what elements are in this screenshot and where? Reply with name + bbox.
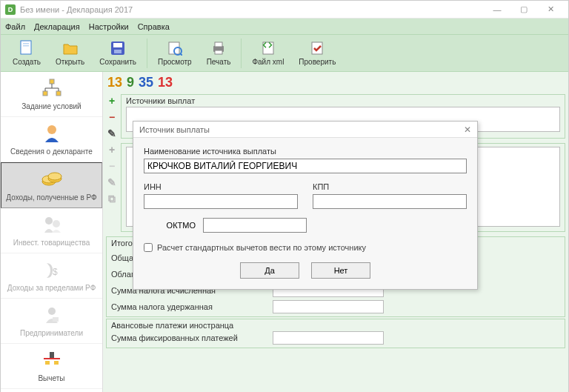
sidebar-label: Предприниматели [20,329,83,337]
create-label: Создать [13,58,41,66]
svg-rect-14 [50,79,54,84]
source-name-input[interactable] [144,159,467,173]
svg-rect-13 [312,42,322,54]
oktmo-label: ОКТМО [144,221,196,230]
svg-rect-5 [114,50,122,53]
sidebar-item-deductions[interactable]: Вычеты [1,344,102,389]
check-icon [309,40,325,56]
view-icon [167,40,183,56]
svg-rect-31 [50,352,54,358]
open-icon [62,40,79,56]
sidebar-item-declarant[interactable]: Сведения о декларанте [1,117,102,162]
close-button[interactable]: ✕ [537,2,564,17]
window-controls: — ▢ ✕ [484,2,564,17]
sidebar-label: Доходы, полученные в РФ [6,193,96,202]
sidebar-item-foreign[interactable]: $ Доходы за пределами РФ [1,253,102,299]
svg-rect-4 [113,43,122,47]
create-button[interactable]: Создать [5,39,48,67]
source-edit-button[interactable]: ✎ [105,127,119,140]
svg-text:$: $ [53,267,58,277]
save-button[interactable]: Сохранить [92,39,144,67]
total-row-4: Сумма налога удержанная [107,299,565,315]
menubar: Файл Декларация Настройки Справка [1,19,568,35]
advance-value[interactable] [273,331,384,345]
svg-rect-0 [21,41,31,54]
svg-rect-11 [215,50,222,54]
svg-rect-1 [23,43,29,44]
dialog-titlebar: Источник выплаты ✕ [133,122,477,138]
xml-icon [260,40,276,56]
income-edit-button[interactable]: ✎ [105,176,119,189]
inn-label: ИНН [144,182,298,191]
svg-rect-16 [56,91,61,96]
income-remove-button[interactable]: − [105,159,119,173]
svg-point-27 [53,220,60,227]
foreign-icon: $ [40,258,64,282]
sidebar-item-invest[interactable]: Инвест. товарищества [1,208,102,253]
kpp-label: КПП [313,182,467,191]
kpp-input[interactable] [313,194,467,209]
source-add-button[interactable]: + [105,94,119,107]
dialog-close-button[interactable]: ✕ [464,124,471,135]
print-label: Печать [207,58,231,66]
total-value-4[interactable] [273,300,384,313]
tab-35[interactable]: 35 [139,75,153,90]
menu-help[interactable]: Справка [138,22,170,31]
check-label: Проверить [299,58,336,66]
svg-rect-10 [215,42,222,47]
dialog-yes-button[interactable]: Да [240,262,299,279]
advance-row: Сумма фиксированных платежей [111,330,560,346]
svg-point-29 [48,308,56,315]
toolbar-separator [147,39,147,68]
dialog-no-button[interactable]: Нет [311,262,370,279]
create-icon [19,40,35,56]
open-label: Открыть [56,58,84,66]
income-add-button[interactable]: + [105,143,119,156]
menu-file[interactable]: Файл [5,22,25,31]
xml-label: Файл xml [252,58,284,66]
conditions-icon [40,76,64,100]
svg-rect-30 [53,317,59,322]
tab-13[interactable]: 13 [107,75,122,90]
sidebar-label: Вычеты [38,374,64,382]
sidebar-item-income-rf[interactable]: Доходы, полученные в РФ [1,162,102,208]
deductions-icon [40,348,64,372]
inn-input[interactable] [144,194,298,209]
dialog-body: Наименование источника выплаты ИНН КПП О… [133,138,477,285]
check-button[interactable]: Проверить [291,39,343,67]
view-button[interactable]: Просмотр [150,39,199,67]
dialog-title: Источник выплаты [139,125,210,134]
print-button[interactable]: Печать [199,39,239,67]
percentage-tabs: 13 9 35 13 [103,72,568,93]
svg-rect-15 [43,91,47,96]
advance-header: Авансовые платежи иностранца [111,321,560,330]
sidebar-label: Доходы за пределами РФ [7,284,96,292]
open-button[interactable]: Открыть [48,39,92,67]
minimize-button[interactable]: — [484,2,510,17]
oktmo-input[interactable] [203,218,307,233]
menu-declaration[interactable]: Декларация [34,22,80,31]
svg-rect-33 [45,361,50,365]
payment-source-dialog: Источник выплаты ✕ Наименование источник… [133,121,478,290]
maximize-button[interactable]: ▢ [510,2,537,17]
save-icon [110,40,126,56]
svg-point-21 [47,125,56,134]
income-copy-button[interactable]: ⧉ [105,192,119,205]
standard-deductions-checkbox[interactable]: Расчет стандартных вычетов вести по этом… [144,243,467,252]
income-mini-toolbar: + − ✎ ⧉ [103,142,121,235]
advance-group: Авансовые платежи иностранца Сумма фикси… [106,319,565,348]
sidebar-item-entrepreneurs[interactable]: Предприниматели [1,299,102,344]
entrepreneurs-icon [40,303,64,327]
xml-button[interactable]: Файл xml [244,39,291,67]
tab-9[interactable]: 9 [127,75,134,90]
svg-rect-34 [54,361,59,365]
tab-13b[interactable]: 13 [158,75,173,90]
invest-icon [40,213,64,236]
source-remove-button[interactable]: − [105,110,119,124]
menu-settings[interactable]: Настройки [89,22,129,31]
checkbox-label: Расчет стандартных вычетов вести по этом… [157,243,366,252]
titlebar: D Без имени - Декларация 2017 — ▢ ✕ [1,1,568,19]
sidebar-item-conditions[interactable]: Задание условий [1,72,102,117]
sources-mini-toolbar: + − ✎ [103,93,121,142]
checkbox-input[interactable] [144,243,153,252]
